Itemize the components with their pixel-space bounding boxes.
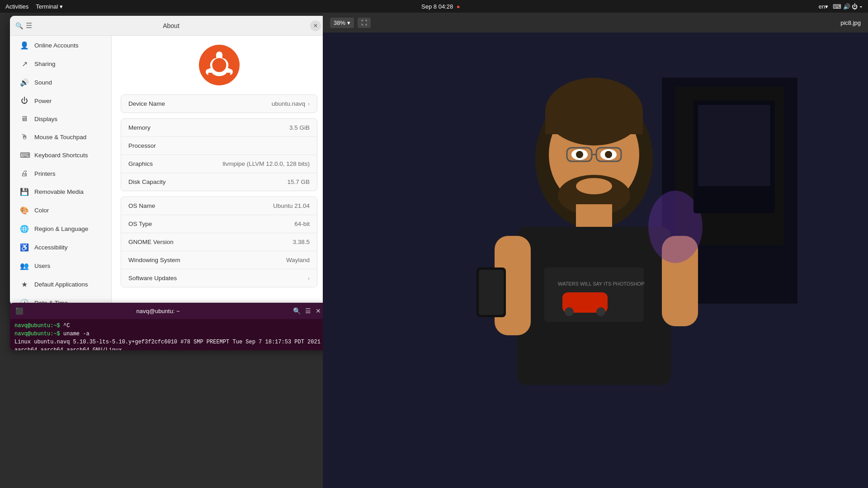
- power-icon: ⏻: [20, 97, 29, 105]
- close-button[interactable]: ✕: [310, 20, 321, 31]
- terminal-search-icon[interactable]: 🔍: [293, 307, 301, 314]
- topbar: Activities Terminal ▾ Sep 8 04:28 ● en▾ …: [0, 0, 868, 13]
- svg-text:WATERS WILL SAY ITS PHOTOSHOP: WATERS WILL SAY ITS PHOTOSHOP: [558, 281, 645, 286]
- svg-point-18: [605, 151, 612, 158]
- ubuntu-logo: [121, 45, 317, 85]
- svg-rect-11: [545, 112, 643, 134]
- sidebar-item-removable-media[interactable]: 💾 Removable Media: [13, 183, 108, 201]
- settings-title: About: [163, 22, 179, 29]
- activities-button[interactable]: Activities: [5, 3, 28, 10]
- settings-body: 👤 Online Accounts ↗ Sharing 🔊 Sound ⏻ Po…: [10, 36, 326, 305]
- topbar-right: en▾ ⌨ 🔊 ⏻ ▾: [819, 3, 863, 10]
- sidebar-item-printers[interactable]: 🖨 Printers: [13, 165, 108, 182]
- keyboard-icon: ⌨: [20, 151, 29, 160]
- windowing-system-label: Windowing System: [128, 257, 180, 263]
- device-name-section: Device Name ubuntu.navq ›: [121, 94, 317, 113]
- terminal-window: ⬛ navq@ubuntu: ~ 🔍 ☰ ✕ navq@ubuntu:~$ ^C…: [10, 303, 326, 350]
- about-content: Device Name ubuntu.navq › Memory 3.5 GiB: [112, 36, 326, 305]
- hamburger-menu-icon[interactable]: ☰: [26, 21, 32, 30]
- default-apps-icon: ★: [20, 280, 29, 289]
- accessibility-icon: ♿: [20, 243, 29, 252]
- software-updates-arrow: ›: [308, 275, 310, 282]
- sidebar-label-color: Color: [34, 207, 49, 214]
- ubuntu-logo-circle: [199, 45, 240, 85]
- photo-content: WATERS WILL SAY ITS PHOTOSHOP: [323, 33, 868, 488]
- online-accounts-icon: 👤: [20, 41, 29, 50]
- terminal-line-3: Linux ubuntu.navq 5.10.35-lts-5.10.y+gef…: [14, 338, 322, 350]
- terminal-titlebar: ⬛ navq@ubuntu: ~ 🔍 ☰ ✕: [10, 303, 326, 319]
- image-viewer-toolbar: 38% ▾ ⛶ pic8.jpg: [323, 13, 868, 33]
- sidebar-item-accessibility[interactable]: ♿ Accessibility: [13, 239, 108, 256]
- terminal-app-icon: ⬛: [15, 307, 23, 314]
- windowing-system-row: Windowing System Wayland: [121, 251, 317, 269]
- region-icon: 🌐: [20, 225, 29, 233]
- software-updates-label: Software Updates: [128, 275, 177, 282]
- terminal-left-controls: ⬛: [15, 307, 23, 314]
- sidebar-item-sound[interactable]: 🔊 Sound: [13, 74, 108, 91]
- memory-row: Memory 3.5 GiB: [121, 119, 317, 137]
- titlebar-left: 🔍 ☰: [15, 21, 32, 30]
- terminal-right-controls: 🔍 ☰ ✕: [293, 307, 321, 314]
- terminal-body[interactable]: navq@ubuntu:~$ ^C navq@ubuntu:~$ uname -…: [10, 319, 326, 350]
- sidebar-item-region-language[interactable]: 🌐 Region & Language: [13, 220, 108, 238]
- sidebar-item-keyboard[interactable]: ⌨ Keyboard Shortcuts: [13, 146, 108, 164]
- displays-icon: 🖥: [20, 115, 29, 123]
- viewer-zoom-button[interactable]: 38% ▾: [330, 18, 354, 28]
- sidebar-item-mouse-touchpad[interactable]: 🖱 Mouse & Touchpad: [13, 128, 108, 145]
- sidebar-item-online-accounts[interactable]: 👤 Online Accounts: [13, 37, 108, 54]
- sidebar-label-mouse: Mouse & Touchpad: [34, 134, 86, 141]
- search-icon[interactable]: 🔍: [15, 22, 23, 29]
- settings-window: 🔍 ☰ About ✕ 👤 Online Accounts ↗ Sharing …: [10, 16, 326, 305]
- svg-point-20: [576, 178, 612, 194]
- sidebar-item-power[interactable]: ⏻ Power: [13, 92, 108, 109]
- sidebar-item-sharing[interactable]: ↗ Sharing: [13, 55, 108, 73]
- mouse-icon: 🖱: [20, 133, 29, 141]
- os-type-value: 64-bit: [294, 221, 310, 227]
- sidebar-label-region: Region & Language: [34, 225, 88, 232]
- gnome-version-value: 3.38.5: [292, 239, 310, 245]
- system-icons: ⌨ 🔊 ⏻ ▾: [833, 3, 863, 10]
- sidebar-label-accessibility: Accessibility: [34, 244, 68, 251]
- ubuntu-logo-svg: [201, 47, 237, 83]
- os-name-value: Ubuntu 21.04: [273, 202, 310, 209]
- sound-icon: 🔊: [20, 78, 29, 87]
- viewer-content: WATERS WILL SAY ITS PHOTOSHOP: [323, 33, 868, 488]
- terminal-close-button[interactable]: ✕: [316, 307, 321, 314]
- lang-selector[interactable]: en▾: [819, 3, 828, 10]
- removable-media-icon: 💾: [20, 188, 29, 196]
- graphics-value: llvmpipe (LLVM 12.0.0, 128 bits): [222, 160, 310, 167]
- gnome-version-label: GNOME Version: [128, 239, 174, 245]
- topbar-datetime: Sep 8 04:28 ●: [421, 3, 460, 10]
- svg-rect-25: [479, 270, 504, 315]
- sidebar-label-online-accounts: Online Accounts: [34, 42, 79, 49]
- disk-capacity-value: 15.7 GB: [287, 178, 310, 185]
- sidebar-item-default-applications[interactable]: ★ Default Applications: [13, 276, 108, 293]
- svg-point-31: [596, 307, 605, 316]
- terminal-app-label: Terminal ▾: [36, 3, 63, 10]
- viewer-filename: pic8.jpg: [840, 19, 861, 26]
- color-icon: 🎨: [20, 206, 29, 215]
- viewer-zoom-controls: 38% ▾ ⛶: [330, 18, 371, 28]
- settings-titlebar: 🔍 ☰ About ✕: [10, 16, 326, 36]
- sidebar-label-sound: Sound: [34, 79, 52, 86]
- sidebar-label-removable: Removable Media: [34, 188, 84, 195]
- device-name-row[interactable]: Device Name ubuntu.navq ›: [121, 95, 317, 113]
- terminal-menu-icon[interactable]: ☰: [305, 307, 311, 314]
- sidebar-item-color[interactable]: 🎨 Color: [13, 202, 108, 219]
- sidebar-item-displays[interactable]: 🖥 Displays: [13, 110, 108, 127]
- os-name-row: OS Name Ubuntu 21.04: [121, 197, 317, 215]
- terminal-line-2: navq@ubuntu:~$ uname -a: [14, 330, 322, 338]
- terminal-title: navq@ubuntu: ~: [23, 308, 293, 314]
- device-name-label: Device Name: [128, 100, 165, 107]
- windowing-system-value: Wayland: [286, 257, 310, 263]
- svg-rect-34: [698, 105, 770, 186]
- sidebar-item-users[interactable]: 👥 Users: [13, 257, 108, 275]
- sharing-icon: ↗: [20, 60, 29, 68]
- os-name-label: OS Name: [128, 202, 155, 209]
- graphics-label: Graphics: [128, 160, 153, 167]
- photo-svg: WATERS WILL SAY ITS PHOTOSHOP: [323, 33, 868, 488]
- terminal-line-1: navq@ubuntu:~$ ^C: [14, 322, 322, 330]
- software-updates-row[interactable]: Software Updates ›: [121, 269, 317, 287]
- memory-value: 3.5 GiB: [289, 124, 310, 131]
- viewer-fullscreen-button[interactable]: ⛶: [358, 18, 371, 28]
